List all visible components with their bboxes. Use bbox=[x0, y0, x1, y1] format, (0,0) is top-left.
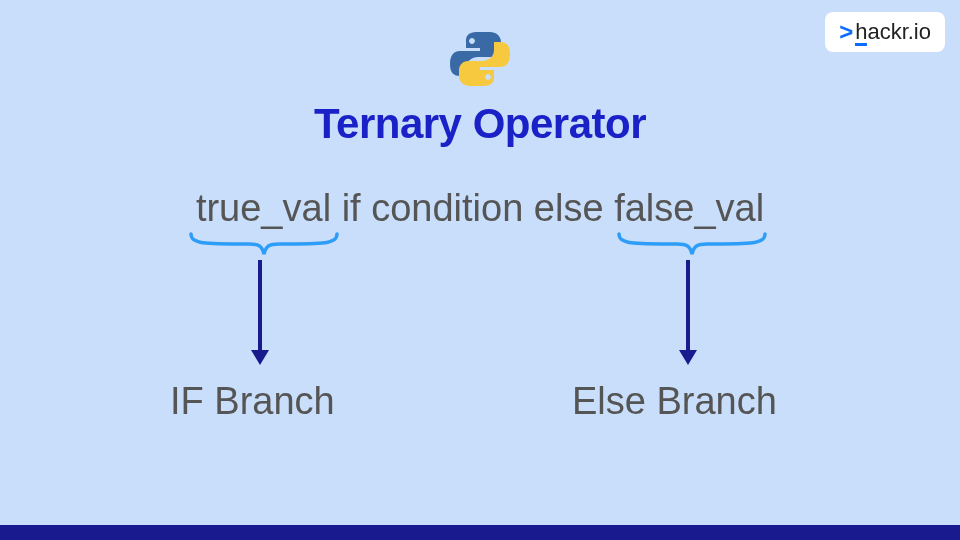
arrow-down-left-icon bbox=[258, 260, 262, 360]
code-expression: true_val if condition else false_val bbox=[196, 187, 764, 230]
python-logo-icon bbox=[446, 28, 514, 90]
brand-badge: > hackr.io bbox=[825, 12, 945, 52]
true-val-brace-icon bbox=[189, 232, 339, 262]
brand-chevron-icon: > bbox=[839, 18, 853, 46]
if-branch-label: IF Branch bbox=[170, 380, 335, 423]
false-val-brace-icon bbox=[617, 232, 767, 262]
page-title: Ternary Operator bbox=[314, 100, 646, 148]
bottom-bar bbox=[0, 525, 960, 540]
brand-name: hackr.io bbox=[855, 19, 931, 45]
arrow-down-right-icon bbox=[686, 260, 690, 360]
else-branch-label: Else Branch bbox=[572, 380, 777, 423]
